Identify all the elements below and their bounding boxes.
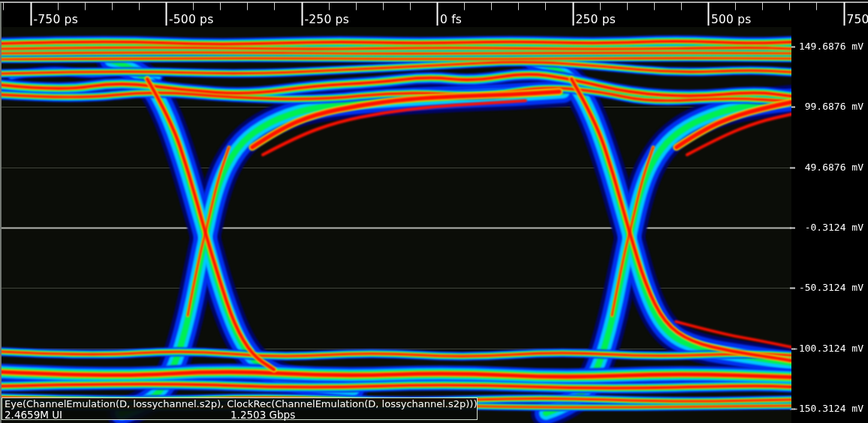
measurement-info-box: Eye(ChannelEmulation(D, lossychannel.s2p…	[2, 397, 478, 420]
time-tick-label: -500 ps	[169, 13, 213, 26]
ui-count: 2.4659M UI	[5, 409, 62, 421]
voltage-tick-label: -100.3124 mV	[793, 343, 863, 354]
time-tick-label: 250 ps	[576, 13, 616, 26]
voltage-tick-label: 49.6876 mV	[805, 162, 863, 173]
time-tick-label: 0 fs	[440, 13, 462, 26]
voltage-tick-label: -50.3124 mV	[799, 282, 863, 293]
eye-diagram-window: -750 ps-500 ps-250 ps0 fs250 ps500 ps750…	[0, 0, 868, 423]
voltage-tick-label: 149.6876 mV	[799, 41, 863, 52]
eye-diagram-canvas[interactable]	[0, 0, 868, 423]
voltage-tick-label: 99.6876 mV	[805, 101, 863, 112]
time-tick-label: 750 ps	[847, 13, 868, 26]
voltage-tick-label: -0.3124 mV	[805, 222, 863, 233]
time-tick-label: -750 ps	[34, 13, 78, 26]
bit-rate: 1.2503 Gbps	[231, 409, 295, 421]
voltage-tick-label: -150.3124 mV	[793, 403, 863, 414]
trace-expression: Eye(ChannelEmulation(D, lossychannel.s2p…	[5, 398, 478, 409]
time-tick-label: -250 ps	[305, 13, 349, 26]
time-tick-label: 500 ps	[711, 13, 752, 26]
